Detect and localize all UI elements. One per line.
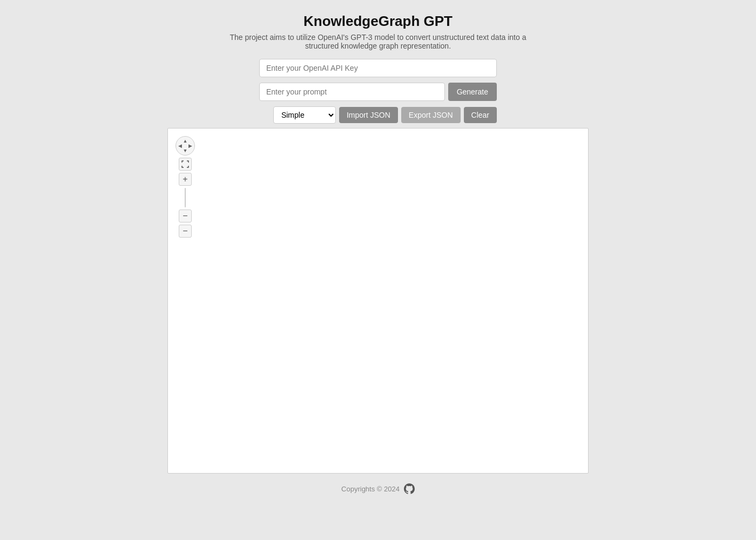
zoom-in-button[interactable]: + <box>179 173 192 186</box>
up-arrow-icon: ▲ <box>183 139 188 144</box>
api-key-input[interactable] <box>259 59 497 77</box>
copyright-text: Copyrights © 2024 <box>341 485 400 493</box>
down-arrow-icon: ▼ <box>183 148 188 153</box>
navigation-controls: ▲ ◀ ▶ ▼ + − <box>176 136 195 238</box>
zoom-out-icon: − <box>183 212 187 220</box>
app-header: KnowledgeGraph GPT The project aims to u… <box>227 13 529 50</box>
fit-button[interactable] <box>179 158 192 171</box>
zoom-reset-button[interactable]: − <box>179 225 192 238</box>
graph-type-select[interactable]: Simple Hierarchical Radial <box>273 106 336 124</box>
clear-button[interactable]: Clear <box>464 107 497 123</box>
app-description: The project aims to utilize OpenAI's GPT… <box>227 33 529 50</box>
footer: Copyrights © 2024 <box>341 483 415 494</box>
import-json-button[interactable]: Import JSON <box>339 107 398 123</box>
prompt-row: Generate <box>259 83 497 101</box>
action-row: Simple Hierarchical Radial Import JSON E… <box>273 106 497 124</box>
zoom-reset-icon: − <box>183 227 187 235</box>
controls-container: Generate Simple Hierarchical Radial Impo… <box>259 59 497 124</box>
left-arrow-icon: ◀ <box>178 144 182 148</box>
app-title: KnowledgeGraph GPT <box>227 13 529 30</box>
github-icon[interactable] <box>404 483 415 494</box>
export-json-button[interactable]: Export JSON <box>401 107 461 123</box>
prompt-input[interactable] <box>259 83 445 101</box>
fit-icon <box>181 160 189 168</box>
zoom-out-button[interactable]: − <box>179 210 192 222</box>
zoom-track <box>185 188 186 207</box>
generate-button[interactable]: Generate <box>448 83 497 101</box>
right-arrow-icon: ▶ <box>188 144 192 148</box>
zoom-in-icon: + <box>183 175 187 184</box>
graph-canvas: ▲ ◀ ▶ ▼ + − <box>167 128 589 474</box>
pan-control[interactable]: ▲ ◀ ▶ ▼ <box>176 136 195 156</box>
